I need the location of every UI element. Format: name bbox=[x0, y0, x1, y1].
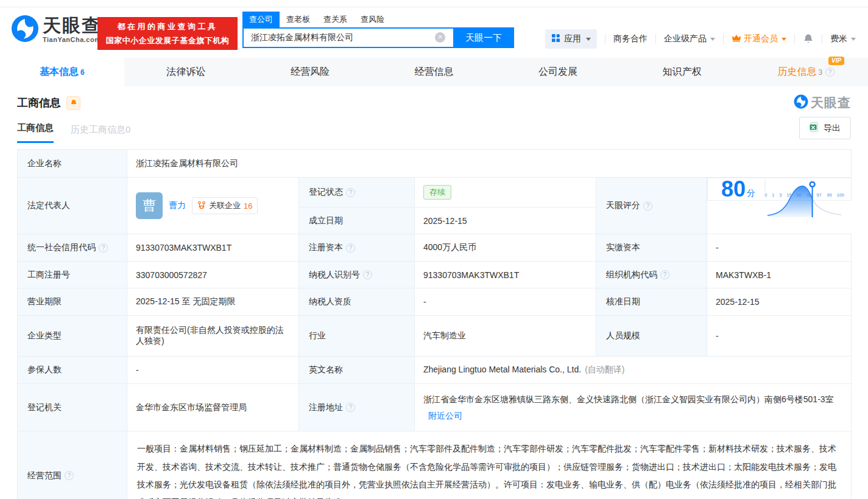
taxpayer-quality-value: - bbox=[415, 288, 596, 316]
related-count: 16 bbox=[244, 201, 252, 211]
nav-open-vip[interactable]: 开通会员 bbox=[732, 33, 786, 44]
help-icon[interactable]: ? bbox=[825, 68, 834, 77]
help-icon[interactable]: ? bbox=[346, 188, 355, 197]
chevron-down-icon bbox=[851, 38, 856, 41]
paid-capital-label: 实缴资本 bbox=[596, 234, 707, 262]
apps-label: 应用 bbox=[564, 33, 581, 44]
export-label: 导出 bbox=[824, 123, 841, 134]
tab-label: 经营信息 bbox=[415, 66, 454, 79]
site-header: 天眼查 TianYanCha.com 都在用的商业查询工具 国家中小企业发展子基… bbox=[0, 7, 868, 58]
tab-basic-info[interactable]: 基本信息 6 bbox=[0, 58, 124, 86]
tab-operating-risk[interactable]: 经营风险 bbox=[248, 58, 372, 86]
search-tab-risk[interactable]: 查风险 bbox=[354, 12, 391, 27]
tab-legal-proceedings[interactable]: 法律诉讼 bbox=[124, 58, 249, 86]
help-icon[interactable]: ? bbox=[99, 243, 108, 253]
reg-authority-label: 登记机关 bbox=[18, 384, 127, 431]
approval-date-value: 2025-12-15 bbox=[707, 288, 852, 316]
tab-history-info[interactable]: 历史信息 3 ? VIP bbox=[744, 58, 868, 86]
business-info-table: 企业名称 浙江凌拓金属材料有限公司 法定代表人 曹 曹力 关联企业 16 登记状… bbox=[17, 149, 852, 499]
clear-search-icon[interactable]: × bbox=[435, 32, 445, 43]
auto-translate-note: (自动翻译) bbox=[585, 365, 624, 374]
taxpayer-quality-label: 纳税人资质 bbox=[299, 288, 415, 316]
reg-no-label: 工商注册号 bbox=[18, 262, 127, 288]
crown-icon bbox=[732, 34, 741, 44]
company-type-label: 企业类型 bbox=[18, 316, 127, 357]
subtab-history-business-info[interactable]: 历史工商信息0 bbox=[71, 124, 130, 143]
company-detail-tabs: 基本信息 6 法律诉讼 经营风险 经营信息 公司发展 知识产权 历史信息 3 ?… bbox=[0, 58, 868, 86]
score-distribution-chart: 0131550859799100 bbox=[764, 181, 845, 198]
help-icon[interactable]: ? bbox=[65, 471, 74, 480]
reg-authority-value: 金华市金东区市场监督管理局 bbox=[127, 384, 299, 431]
chevron-down-icon bbox=[586, 38, 591, 41]
reg-capital-label: 注册资本? bbox=[299, 234, 415, 262]
help-icon[interactable]: ? bbox=[363, 270, 372, 279]
tianyancha-logo-icon bbox=[794, 94, 808, 111]
biz-term-label: 营业期限 bbox=[18, 288, 127, 316]
legal-rep-avatar[interactable]: 曹 bbox=[136, 192, 163, 219]
watermark-logo: 天眼查 bbox=[794, 94, 851, 111]
english-name-label: 英文名称 bbox=[299, 357, 415, 384]
search-input[interactable] bbox=[242, 27, 453, 48]
search-area: 查公司 查老板 查关系 查风险 × 天眼一下 bbox=[242, 10, 514, 48]
apps-menu[interactable]: 应用 bbox=[545, 29, 597, 49]
user-menu[interactable]: 费米 bbox=[830, 33, 856, 44]
help-icon[interactable]: ? bbox=[346, 403, 355, 412]
search-tab-boss[interactable]: 查老板 bbox=[280, 12, 317, 27]
row-insured-count: 参保人数 - 英文名称 Zhejiang Lingtuo Metal Mater… bbox=[18, 357, 852, 384]
vip-label: 开通会员 bbox=[744, 33, 778, 44]
search-tab-relation[interactable]: 查关系 bbox=[317, 12, 354, 27]
legal-rep-name-link[interactable]: 曹力 bbox=[169, 200, 186, 211]
score-unit: 分 bbox=[747, 188, 755, 199]
company-name-value: 浙江凌拓金属材料有限公司 bbox=[127, 150, 852, 178]
site-logo[interactable]: 天眼查 TianYanCha.com bbox=[11, 15, 101, 45]
excel-icon bbox=[810, 122, 819, 134]
tab-label: 经营风险 bbox=[291, 66, 330, 79]
search-button[interactable]: 天眼一下 bbox=[453, 27, 514, 48]
search-tabs: 查公司 查老板 查关系 查风险 bbox=[242, 10, 514, 27]
tab-company-development[interactable]: 公司发展 bbox=[496, 58, 620, 86]
tab-count: 6 bbox=[80, 68, 85, 77]
section-title: 工商信息 bbox=[17, 96, 61, 110]
help-icon[interactable]: ? bbox=[660, 270, 669, 279]
nav-cooperation[interactable]: 商务合作 bbox=[613, 33, 647, 44]
biz-term-value: 2025-12-15 至 无固定期限 bbox=[127, 288, 299, 316]
promo-banner: 都在用的商业查询工具 国家中小企业发展子基金旗下机构 bbox=[97, 17, 238, 50]
subscribe-bell-icon[interactable] bbox=[66, 96, 80, 110]
row-registration-authority: 登记机关 金华市金东区市场监督管理局 注册地址? 浙江省金华市金东区塘雅镇纵三路… bbox=[18, 384, 852, 431]
tab-label: 知识产权 bbox=[663, 66, 702, 79]
promo-line1: 都在用的商业查询工具 bbox=[105, 21, 230, 32]
score-number: 80 bbox=[721, 178, 746, 200]
search-tab-company[interactable]: 查公司 bbox=[242, 12, 280, 27]
score-label: 天眼评分? bbox=[596, 178, 707, 234]
reg-status-label: 登记状态? bbox=[299, 178, 415, 208]
tab-label: 历史信息 bbox=[777, 66, 816, 79]
logo-domain: TianYanCha.com bbox=[43, 36, 101, 43]
est-date-value: 2025-12-15 bbox=[415, 208, 596, 234]
paid-capital-value: - bbox=[707, 234, 852, 262]
insured-value: - bbox=[127, 357, 299, 384]
divider bbox=[794, 34, 795, 44]
tab-operating-info[interactable]: 经营信息 bbox=[372, 58, 496, 86]
divider bbox=[605, 34, 605, 44]
nav-enterprise-products[interactable]: 企业级产品 bbox=[664, 33, 715, 44]
nav-enterprise-label: 企业级产品 bbox=[664, 33, 707, 44]
tab-label: 法律诉讼 bbox=[166, 66, 205, 79]
subtab-business-info[interactable]: 工商信息 bbox=[17, 122, 54, 143]
help-icon[interactable]: ? bbox=[643, 201, 652, 211]
nearby-companies-link[interactable]: 附近公司 bbox=[428, 411, 462, 420]
logo-title: 天眼查 bbox=[43, 16, 101, 35]
company-name-label: 企业名称 bbox=[18, 150, 127, 178]
help-icon[interactable]: ? bbox=[346, 243, 355, 253]
est-date-label: 成立日期 bbox=[299, 208, 415, 234]
scope-label: 经营范围? bbox=[18, 431, 127, 499]
notification-bell[interactable] bbox=[803, 33, 814, 44]
export-button[interactable]: 导出 bbox=[799, 117, 851, 139]
related-companies-badge[interactable]: 关联企业 16 bbox=[192, 197, 258, 214]
chevron-down-icon bbox=[782, 38, 786, 41]
tab-label: 公司发展 bbox=[538, 66, 577, 79]
tab-intellectual-property[interactable]: 知识产权 bbox=[620, 58, 744, 86]
address-value: 浙江省金华市金东区塘雅镇纵三路东侧、金义快速路北侧（浙江金义智园实业有限公司内）… bbox=[415, 384, 852, 431]
apps-grid-icon bbox=[551, 33, 560, 44]
industry-value: 汽车制造业 bbox=[415, 316, 596, 357]
divider bbox=[822, 34, 822, 44]
